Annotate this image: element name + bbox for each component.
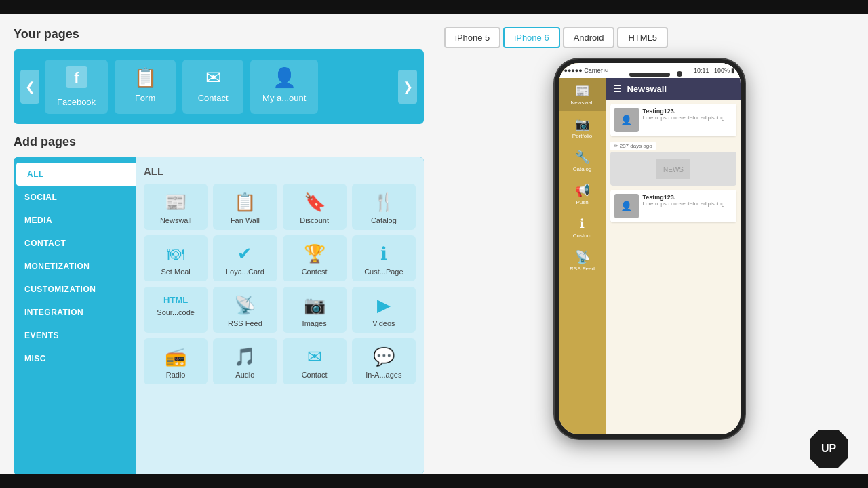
app-item-4[interactable]: 🍽Set Meal <box>144 235 208 281</box>
app-item-10[interactable]: 📷Images <box>283 287 347 333</box>
category-item-monetization[interactable]: MONETIZATION <box>14 255 136 278</box>
pages-scroll: fFacebook📋Form✉Contact👤My a...ount <box>45 60 393 114</box>
page-icon-1: 📋 <box>134 66 157 89</box>
app-label-4: Set Meal <box>161 268 190 276</box>
app-icon-0: 📰 <box>165 192 186 213</box>
phone-frame: ●●●●● Carrier ≈ 10:11 100% ▮ 📰Newswall📷P… <box>555 59 745 439</box>
up-badge: UP <box>810 430 848 468</box>
app-icon-10: 📷 <box>304 295 326 316</box>
svg-text:f: f <box>74 69 79 86</box>
page-icon-3: 👤 <box>273 66 296 89</box>
phone-nav-label-3: Push <box>576 199 588 205</box>
app-icon-1: 📋 <box>234 192 256 213</box>
app-item-1[interactable]: 📋Fan Wall <box>213 184 277 230</box>
app-item-13[interactable]: 🎵Audio <box>213 338 277 384</box>
phone-nav-icon-0: 📰 <box>575 83 590 98</box>
apps-panel-title: ALL <box>144 165 416 177</box>
phone-nav-4[interactable]: ℹCustom <box>559 211 606 244</box>
app-label-12: Radio <box>166 371 186 379</box>
your-pages-container: ❮ fFacebook📋Form✉Contact👤My a...ount ❯ <box>14 49 424 124</box>
app-label-9: RSS Feed <box>228 319 262 327</box>
phone-left-nav: 📰Newswall📷Portfolio🔧Catalog📢PushℹCustom📡… <box>559 63 606 434</box>
apps-panel: ALL 📰Newswall📋Fan Wall🔖Discount🍴Catalog🍽… <box>136 157 424 474</box>
right-panel: iPhone 5iPhone 6AndroidHTML5 ●●●●● Carri… <box>437 14 868 474</box>
app-icon-7: ℹ <box>380 243 387 264</box>
phone-header-title: Newswall <box>627 84 667 94</box>
add-pages-title: Add pages <box>14 135 424 149</box>
phone-nav-icon-5: 📡 <box>575 249 590 264</box>
pages-right-arrow[interactable]: ❯ <box>398 70 417 104</box>
category-item-events[interactable]: EVENTS <box>14 324 136 347</box>
app-item-15[interactable]: 💬In-A...ages <box>352 338 416 384</box>
bottom-bar <box>0 474 868 488</box>
page-item-3[interactable]: 👤My a...ount <box>250 60 318 114</box>
page-icon-0: f <box>66 66 87 93</box>
app-item-5[interactable]: ✔Loya...Card <box>213 235 277 281</box>
app-label-5: Loya...Card <box>226 268 264 276</box>
your-pages-title: Your pages <box>14 27 424 41</box>
app-icon-13: 🎵 <box>234 346 256 367</box>
device-btn-android[interactable]: Android <box>563 27 615 48</box>
device-btn-iphone-6[interactable]: iPhone 6 <box>503 27 559 48</box>
device-btn-html5[interactable]: HTML5 <box>617 27 668 48</box>
app-label-10: Images <box>302 319 327 327</box>
phone-nav-0[interactable]: 📰Newswall <box>559 78 606 111</box>
feed-text-0: Testing123.Lorem ipsu consectetur adipis… <box>643 108 731 132</box>
phone-nav-3[interactable]: 📢Push <box>559 178 606 211</box>
phone-nav-icon-4: ℹ <box>580 216 585 231</box>
category-item-social[interactable]: SOCIAL <box>14 186 136 209</box>
app-item-2[interactable]: 🔖Discount <box>283 184 347 230</box>
app-item-12[interactable]: 📻Radio <box>144 338 208 384</box>
phone-nav-5[interactable]: 📡RSS Feed <box>559 244 606 277</box>
app-icon-9: 📡 <box>234 295 256 316</box>
app-item-7[interactable]: ℹCust...Page <box>352 235 416 281</box>
feed-body-0: Lorem ipsu consectetur adipiscing ... <box>643 115 731 121</box>
page-label-3: My a...ount <box>262 93 306 103</box>
app-icon-8: HTML <box>163 295 188 305</box>
page-item-0[interactable]: fFacebook <box>45 60 108 114</box>
category-item-misc[interactable]: MISC <box>14 347 136 370</box>
device-buttons: iPhone 5iPhone 6AndroidHTML5 <box>444 27 854 48</box>
feed-item-0: 👤Testing123.Lorem ipsu consectetur adipi… <box>610 104 736 136</box>
app-item-0[interactable]: 📰Newswall <box>144 184 208 230</box>
app-item-8[interactable]: HTMLSour...code <box>144 287 208 333</box>
phone-camera <box>677 71 682 77</box>
app-item-3[interactable]: 🍴Catalog <box>352 184 416 230</box>
app-icon-2: 🔖 <box>304 192 326 213</box>
status-left: ●●●●● Carrier ≈ <box>564 67 608 74</box>
app-label-7: Cust...Page <box>364 268 403 276</box>
phone-nav-label-2: Catalog <box>573 166 592 172</box>
app-item-6[interactable]: 🏆Contest <box>283 235 347 281</box>
app-label-13: Audio <box>235 371 254 379</box>
status-right: 10:11 100% ▮ <box>694 67 735 74</box>
app-icon-15: 💬 <box>373 346 395 367</box>
add-pages-container: ALLSOCIALMEDIACONTACTMONETIZATIONCUSTOMI… <box>14 157 424 474</box>
phone-nav-2[interactable]: 🔧Catalog <box>559 144 606 178</box>
category-item-customization[interactable]: CUSTOMIZATION <box>14 278 136 301</box>
phone-feed: 👤Testing123.Lorem ipsu consectetur adipi… <box>606 100 741 434</box>
app-icon-4: 🍽 <box>167 243 184 264</box>
page-label-1: Form <box>135 93 155 103</box>
app-icon-5: ✔ <box>237 243 252 264</box>
app-icon-3: 🍴 <box>373 192 395 213</box>
hamburger-icon[interactable]: ☰ <box>613 83 622 94</box>
page-item-2[interactable]: ✉Contact <box>182 60 243 114</box>
app-label-6: Contest <box>302 268 328 276</box>
app-item-9[interactable]: 📡RSS Feed <box>213 287 277 333</box>
page-item-1[interactable]: 📋Form <box>115 60 176 114</box>
phone-nav-1[interactable]: 📷Portfolio <box>559 111 606 144</box>
feed-text-2: Testing123.Lorem ipsu consectetur adipis… <box>643 194 731 218</box>
app-icon-12: 📻 <box>165 346 186 367</box>
app-item-11[interactable]: ▶Videos <box>352 287 416 333</box>
pages-left-arrow[interactable]: ❮ <box>20 70 39 104</box>
category-item-integration[interactable]: INTEGRATION <box>14 301 136 324</box>
device-btn-iphone-5[interactable]: iPhone 5 <box>444 27 500 48</box>
feed-thumb-2: 👤 <box>614 194 639 218</box>
category-item-contact[interactable]: CONTACT <box>14 232 136 255</box>
phone-nav-label-1: Portfolio <box>572 133 592 139</box>
category-item-all[interactable]: ALL <box>16 163 136 186</box>
category-item-media[interactable]: MEDIA <box>14 209 136 232</box>
app-item-14[interactable]: ✉Contact <box>283 338 347 384</box>
phone-nav-icon-3: 📢 <box>575 183 590 198</box>
app-label-15: In-A...ages <box>366 371 401 379</box>
